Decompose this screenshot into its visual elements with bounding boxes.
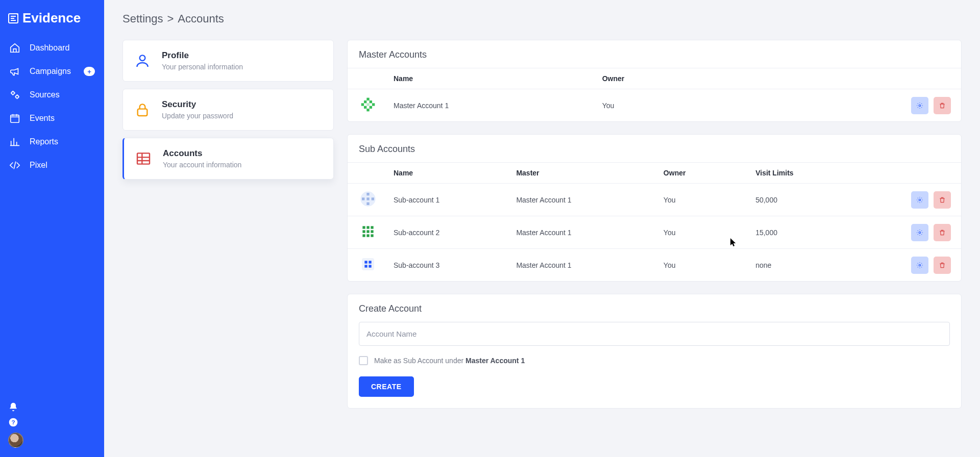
svg-rect-19 [364, 106, 366, 109]
plus-badge-icon[interactable]: + [84, 67, 95, 76]
svg-rect-44 [369, 265, 371, 267]
panel-heading: Sub Accounts [348, 135, 961, 162]
account-name-input[interactable] [359, 322, 950, 346]
bell-icon[interactable] [8, 402, 18, 412]
tab-subtitle: Your account information [163, 161, 241, 169]
sidebar: Evidence Dashboard Campaigns + Sources E… [0, 0, 104, 457]
sidebar-item-campaigns[interactable]: Campaigns + [0, 60, 104, 83]
sidebar-item-label: Sources [30, 90, 60, 99]
svg-rect-16 [366, 109, 369, 111]
breadcrumb-parent[interactable]: Settings [122, 12, 163, 26]
cell-name: Master Account 1 [394, 89, 602, 122]
table-row: Sub-account 3 Master Account 1 You none [348, 249, 961, 282]
svg-rect-36 [366, 234, 369, 237]
row-settings-button[interactable] [911, 97, 928, 114]
sidebar-item-pixel[interactable]: Pixel [0, 154, 104, 177]
cell-owner: You [602, 89, 905, 122]
row-delete-button[interactable] [934, 257, 951, 274]
tab-subtitle: Your personal information [162, 63, 243, 71]
svg-point-6 [16, 95, 19, 98]
sidebar-item-label: Events [30, 114, 55, 123]
svg-text:?: ? [11, 419, 15, 425]
sidebar-item-label: Campaigns [30, 67, 71, 76]
app-logo[interactable]: Evidence [0, 6, 104, 36]
gears-icon [9, 89, 20, 100]
settings-tab-profile[interactable]: Profile Your personal information [122, 40, 334, 82]
cell-visit-limits: 50,000 [755, 184, 905, 216]
create-button[interactable]: CREATE [359, 376, 414, 397]
svg-rect-12 [137, 153, 150, 164]
checkbox-icon[interactable] [359, 356, 368, 365]
svg-point-4 [17, 13, 18, 15]
svg-rect-24 [366, 193, 369, 195]
settings-tab-accounts[interactable]: Accounts Your account information [122, 138, 334, 180]
svg-rect-38 [371, 230, 373, 233]
identicon-icon [360, 223, 376, 240]
col-name: Name [394, 163, 516, 184]
svg-point-22 [919, 105, 921, 107]
sidebar-item-reports[interactable]: Reports [0, 130, 104, 154]
master-accounts-panel: Master Accounts Name Owner [347, 40, 962, 122]
table-row: Sub-account 2 Master Account 1 You 15,00… [348, 216, 961, 249]
svg-rect-31 [371, 226, 373, 229]
cell-master: Master Account 1 [516, 249, 663, 282]
col-name: Name [394, 68, 602, 89]
svg-rect-26 [372, 197, 374, 200]
row-settings-button[interactable] [911, 257, 928, 274]
cell-owner: You [664, 249, 755, 282]
settings-tab-security[interactable]: Security Update your password [122, 89, 334, 131]
evidence-logo-icon [7, 12, 19, 24]
svg-rect-28 [366, 197, 369, 200]
user-icon [134, 53, 151, 69]
sidebar-item-events[interactable]: Events [0, 107, 104, 130]
svg-rect-20 [370, 106, 372, 109]
svg-rect-42 [369, 261, 371, 263]
user-avatar[interactable] [8, 433, 23, 448]
panel-heading: Create Account [348, 294, 961, 322]
cell-name: Sub-account 1 [394, 184, 516, 216]
identicon-icon [360, 191, 376, 207]
sidebar-item-dashboard[interactable]: Dashboard [0, 36, 104, 60]
svg-rect-27 [366, 202, 369, 205]
svg-rect-40 [362, 258, 374, 270]
svg-rect-35 [366, 226, 369, 229]
svg-rect-17 [364, 100, 366, 103]
row-settings-button[interactable] [911, 224, 928, 241]
chart-icon [9, 136, 20, 147]
svg-rect-13 [366, 98, 369, 100]
col-master: Master [516, 163, 663, 184]
cell-name: Sub-account 3 [394, 249, 516, 282]
row-delete-button[interactable] [934, 97, 951, 114]
svg-rect-41 [364, 261, 367, 263]
row-delete-button[interactable] [934, 191, 951, 209]
svg-rect-37 [362, 230, 365, 233]
row-settings-button[interactable] [911, 191, 928, 209]
table-grid-icon [135, 150, 152, 167]
checkbox-label: Make as Sub Account under Master Account… [374, 357, 525, 365]
row-delete-button[interactable] [934, 224, 951, 241]
sidebar-item-label: Reports [30, 137, 58, 146]
svg-rect-30 [362, 226, 365, 229]
sidebar-footer: ? [0, 397, 104, 457]
svg-point-5 [12, 92, 14, 95]
lock-icon [134, 101, 151, 118]
col-visit-limits: Visit Limits [755, 163, 905, 184]
sidebar-item-label: Pixel [30, 161, 47, 170]
cell-owner: You [664, 216, 755, 249]
master-accounts-table: Name Owner Master Account [348, 68, 961, 121]
sidebar-item-sources[interactable]: Sources [0, 83, 104, 107]
svg-rect-14 [361, 103, 364, 106]
app-name: Evidence [22, 10, 81, 26]
cell-visit-limits: none [755, 249, 905, 282]
svg-point-39 [919, 232, 921, 234]
breadcrumb: Settings > Accounts [122, 12, 962, 26]
tab-title: Security [162, 99, 233, 110]
sub-account-checkbox-row[interactable]: Make as Sub Account under Master Account… [359, 356, 950, 365]
breadcrumb-current: Accounts [178, 12, 224, 26]
sub-accounts-panel: Sub Accounts Name Master Owner Visit Lim… [347, 134, 962, 282]
help-icon[interactable]: ? [8, 417, 18, 427]
svg-point-45 [919, 264, 921, 266]
svg-rect-15 [372, 103, 375, 106]
svg-rect-33 [371, 234, 373, 237]
svg-rect-32 [362, 234, 365, 237]
